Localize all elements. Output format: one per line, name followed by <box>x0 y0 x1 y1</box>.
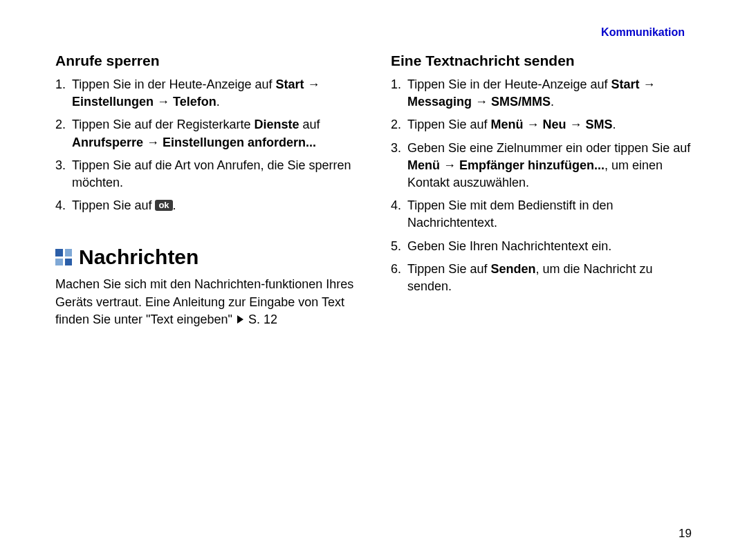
steps-send-sms: Tippen Sie in der Heute-Anzeige auf Star… <box>391 76 699 295</box>
manual-page: Kommunikation Anrufe sperren Tippen Sie … <box>0 0 747 560</box>
squares-icon <box>55 249 72 265</box>
section-heading-messages: Nachrichten <box>79 245 199 269</box>
step-item: Tippen Sie auf ok. <box>55 197 363 214</box>
intro-paragraph: Machen Sie sich mit den Nachrichten-funk… <box>55 276 363 328</box>
step-item: Tippen Sie auf Senden, um die Nachricht … <box>391 261 699 295</box>
step-item: Tippen Sie in der Heute-Anzeige auf Star… <box>55 76 363 111</box>
step-item: Geben Sie Ihren Nachrichtentext ein. <box>391 238 699 255</box>
section-title-row: Nachrichten <box>55 245 363 269</box>
step-item: Tippen Sie auf die Art von Anrufen, die … <box>55 157 363 192</box>
chapter-label: Kommunikation <box>601 26 685 38</box>
step-item: Geben Sie eine Zielnummer ein oder tippe… <box>391 140 699 192</box>
steps-block-calls: Tippen Sie in der Heute-Anzeige auf Star… <box>55 76 363 214</box>
chapter-header: Kommunikation <box>55 26 699 39</box>
ok-icon: ok <box>155 200 172 211</box>
subheading-block-calls: Anrufe sperren <box>55 53 363 69</box>
two-column-layout: Anrufe sperren Tippen Sie in der Heute-A… <box>55 53 699 328</box>
subheading-send-sms: Eine Textnachricht senden <box>391 53 699 69</box>
step-item: Tippen Sie in der Heute-Anzeige auf Star… <box>391 76 699 111</box>
step-item: Tippen Sie mit dem Bedienstift in den Na… <box>391 197 699 232</box>
crossref-triangle-icon <box>237 315 243 324</box>
step-item: Tippen Sie auf der Registerkarte Dienste… <box>55 116 363 151</box>
left-column: Anrufe sperren Tippen Sie in der Heute-A… <box>55 53 363 328</box>
right-column: Eine Textnachricht senden Tippen Sie in … <box>391 53 699 328</box>
page-number: 19 <box>679 527 692 541</box>
step-item: Tippen Sie auf Menü → Neu → SMS. <box>391 116 699 133</box>
